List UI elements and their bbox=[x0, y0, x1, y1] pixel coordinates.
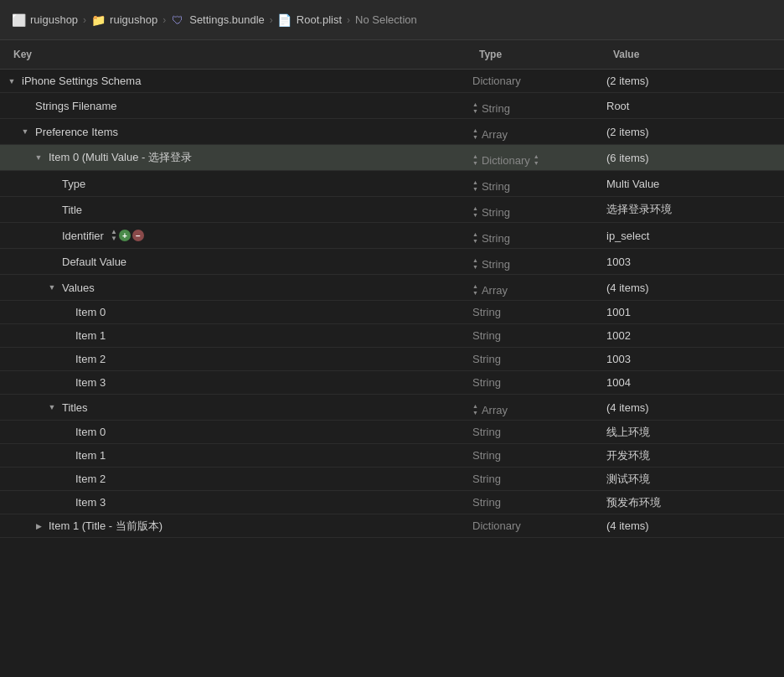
row-controls: ▲▼+− bbox=[111, 229, 144, 242]
remove-button[interactable]: − bbox=[132, 230, 144, 241]
cell-type: ▲▼String bbox=[466, 93, 600, 118]
table-row[interactable]: Type▲▼StringMulti Value bbox=[0, 171, 784, 197]
expand-triangle[interactable] bbox=[7, 76, 17, 86]
table-row[interactable]: Titles▲▼Array(4 items) bbox=[0, 395, 784, 421]
table-row[interactable]: Values▲▼Array(4 items) bbox=[0, 275, 784, 301]
cell-type: String bbox=[466, 326, 600, 345]
cell-value: 1004 bbox=[600, 373, 784, 392]
expand-triangle[interactable] bbox=[47, 402, 57, 412]
cell-value: 1002 bbox=[600, 326, 784, 345]
table-row[interactable]: iPhone Settings SchemaDictionary(2 items… bbox=[0, 70, 784, 93]
app-icon: ⬜ bbox=[12, 13, 25, 27]
expand-triangle[interactable] bbox=[34, 152, 44, 163]
breadcrumb-item-1: ⬜ ruigushop bbox=[12, 13, 78, 27]
cell-key: Preference Items bbox=[0, 122, 466, 142]
key-label: Item 1 bbox=[75, 449, 106, 462]
cell-key: Item 0 bbox=[0, 302, 466, 322]
cell-key: Item 3 bbox=[0, 493, 466, 512]
table-row[interactable]: Item 0String线上环境 bbox=[0, 421, 784, 444]
cell-type: String bbox=[466, 373, 600, 392]
key-label: Strings Filename bbox=[35, 100, 117, 112]
cell-value: (4 items) bbox=[600, 278, 784, 297]
cell-key: Titles bbox=[0, 398, 466, 417]
cell-value: 1001 bbox=[600, 302, 784, 322]
type-stepper[interactable]: ▲▼ bbox=[472, 127, 478, 141]
cell-key: Type bbox=[0, 174, 466, 194]
key-label: Values bbox=[62, 282, 95, 294]
cell-key: Title bbox=[0, 200, 466, 220]
table-row[interactable]: Strings Filename▲▼StringRoot bbox=[0, 93, 784, 119]
plist-table: Key Type Value iPhone Settings SchemaDic… bbox=[0, 40, 784, 538]
type-stepper[interactable]: ▲▼ bbox=[472, 179, 478, 193]
cell-key: Item 0 (Multi Value - 选择登录 bbox=[0, 147, 466, 168]
breadcrumb-sep-4: › bbox=[347, 14, 350, 26]
breadcrumb-label-3: Settings.bundle bbox=[189, 13, 265, 26]
cell-key: Item 1 (Title - 当前版本) bbox=[0, 515, 466, 537]
type-stepper[interactable]: ▲▼ bbox=[472, 153, 478, 167]
collapse-triangle[interactable] bbox=[34, 521, 44, 531]
key-label: Item 1 (Title - 当前版本) bbox=[49, 519, 162, 534]
key-label: Identifier bbox=[62, 230, 104, 242]
cell-key: Item 0 bbox=[0, 422, 466, 442]
cell-key: Item 1 bbox=[0, 446, 466, 465]
type-label: String bbox=[482, 258, 510, 271]
breadcrumb-item-4: 📄 Root.plist bbox=[278, 13, 342, 27]
key-label: Item 3 bbox=[75, 496, 106, 509]
expand-triangle[interactable] bbox=[20, 127, 30, 137]
table-row[interactable]: Item 2String1003 bbox=[0, 348, 784, 371]
type-stepper[interactable]: ▲▼ bbox=[472, 257, 478, 271]
table-body: iPhone Settings SchemaDictionary(2 items… bbox=[0, 70, 784, 538]
cell-value: 预发布环境 bbox=[600, 492, 784, 514]
cell-type: String bbox=[466, 446, 600, 465]
table-row[interactable]: Identifier▲▼+−▲▼Stringip_select bbox=[0, 223, 784, 249]
key-label: Item 2 bbox=[75, 473, 106, 485]
type-stepper[interactable]: ▲▼ bbox=[472, 231, 478, 245]
table-row[interactable]: Item 3String1004 bbox=[0, 371, 784, 395]
table-row[interactable]: Default Value▲▼String1003 bbox=[0, 249, 784, 275]
key-label: Titles bbox=[62, 401, 88, 414]
key-label: Item 2 bbox=[75, 353, 106, 365]
breadcrumb-label-2: ruigushop bbox=[110, 13, 157, 26]
cell-key: Identifier▲▼+− bbox=[0, 225, 466, 245]
value-stepper[interactable]: ▲▼ bbox=[534, 153, 539, 167]
type-stepper[interactable]: ▲▼ bbox=[472, 403, 478, 416]
cell-key: Item 3 bbox=[0, 373, 466, 392]
cell-key: Values bbox=[0, 278, 466, 297]
table-row[interactable]: Item 0 (Multi Value - 选择登录▲▼Dictionary▲▼… bbox=[0, 145, 784, 171]
type-label: String bbox=[482, 206, 510, 219]
cell-type: String bbox=[466, 469, 600, 488]
cell-type: ▲▼String bbox=[466, 197, 600, 222]
cell-value: ip_select bbox=[600, 226, 784, 245]
cell-type: ▲▼String bbox=[466, 171, 600, 196]
cell-type: ▲▼Array bbox=[466, 275, 600, 300]
breadcrumb-item-3: 🛡 Settings.bundle bbox=[171, 13, 265, 27]
table-row[interactable]: Item 1 (Title - 当前版本)Dictionary(4 items) bbox=[0, 514, 784, 538]
type-stepper[interactable]: ▲▼ bbox=[472, 205, 478, 219]
cell-type: ▲▼Array bbox=[466, 395, 600, 420]
table-row[interactable]: Item 1String1002 bbox=[0, 324, 784, 348]
type-label: String bbox=[482, 232, 510, 245]
cell-type: Dictionary bbox=[466, 71, 600, 90]
shield-icon: 🛡 bbox=[171, 13, 184, 27]
expand-triangle[interactable] bbox=[47, 282, 57, 292]
table-row[interactable]: Item 0String1001 bbox=[0, 301, 784, 324]
type-stepper[interactable]: ▲▼ bbox=[472, 101, 478, 115]
cell-type: ▲▼Array bbox=[466, 119, 600, 144]
key-label: Item 3 bbox=[75, 376, 106, 389]
cell-type: String bbox=[466, 422, 600, 442]
type-label: Dictionary bbox=[482, 154, 530, 167]
table-row[interactable]: Item 2String测试环境 bbox=[0, 468, 784, 491]
no-selection-label: No Selection bbox=[355, 13, 417, 26]
table-row[interactable]: Item 1String开发环境 bbox=[0, 444, 784, 468]
cell-type: String bbox=[466, 493, 600, 512]
add-button[interactable]: + bbox=[119, 230, 131, 241]
cell-key: Default Value bbox=[0, 252, 466, 271]
table-row[interactable]: Item 3String预发布环境 bbox=[0, 491, 784, 514]
col-header-value: Value bbox=[600, 45, 784, 64]
cell-key: Strings Filename bbox=[0, 96, 466, 116]
type-stepper[interactable]: ▲▼ bbox=[472, 283, 478, 297]
cell-type: String bbox=[466, 302, 600, 322]
table-row[interactable]: Preference Items▲▼Array(2 items) bbox=[0, 119, 784, 145]
table-row[interactable]: Title▲▼String选择登录环境 bbox=[0, 197, 784, 223]
stepper-updown[interactable]: ▲▼ bbox=[111, 229, 117, 242]
